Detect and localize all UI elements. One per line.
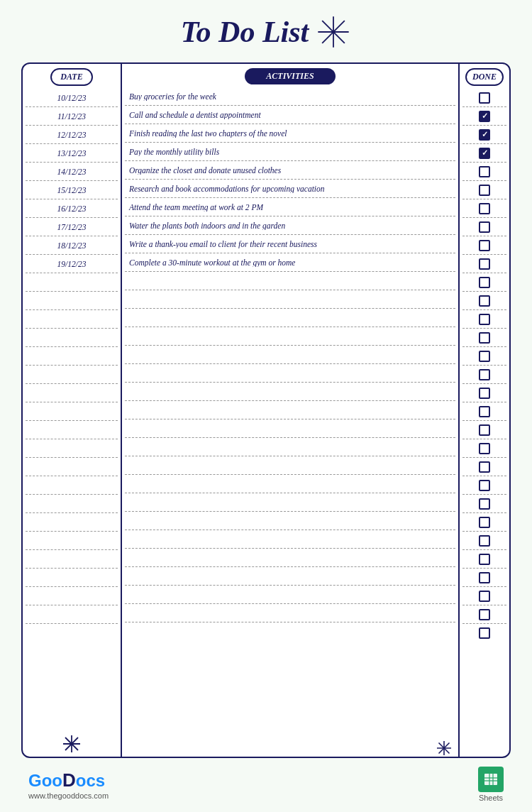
table-row (462, 384, 506, 402)
table-row (462, 218, 506, 236)
date-cell: 14/12/23 (26, 168, 118, 176)
done-checkbox[interactable] (479, 498, 490, 510)
date-cell: 15/12/23 (26, 186, 118, 194)
table-row (462, 89, 506, 107)
done-checkbox[interactable] (479, 424, 490, 436)
done-checkbox[interactable] (479, 314, 490, 325)
table-row (125, 364, 455, 383)
svg-rect-13 (484, 774, 497, 785)
table-row (462, 439, 506, 458)
header: To Do List (21, 14, 511, 50)
table-row (462, 513, 506, 532)
footer-url: www.thegooddocs.com (28, 791, 109, 800)
page: To Do List DATE 10/12/2311/12/2312/12/23… (0, 0, 532, 812)
table-row (26, 439, 118, 458)
date-cell: 11/12/23 (26, 112, 118, 121)
table-row (125, 309, 455, 327)
table-row: Pay the monthly utility bills (125, 143, 455, 161)
done-checkbox[interactable] (479, 369, 490, 380)
table-row (26, 476, 118, 495)
main-table: DATE 10/12/2311/12/2312/12/2313/12/2314/… (21, 62, 511, 758)
done-checkbox[interactable] (479, 443, 490, 454)
done-checkbox[interactable] (479, 166, 490, 177)
table-row (125, 567, 455, 586)
done-column: DONE (460, 64, 509, 757)
done-checkbox[interactable] (479, 92, 490, 104)
table-row (125, 290, 455, 309)
done-checkbox[interactable] (479, 480, 490, 491)
sheets-icon (478, 767, 504, 792)
table-row: Attend the team meeting at work at 2 PM (125, 198, 455, 216)
done-checkbox[interactable] (479, 258, 490, 270)
done-checkbox[interactable] (479, 203, 490, 214)
table-row (26, 550, 118, 569)
activity-cell: Organize the closet and donate unused cl… (125, 166, 281, 175)
table-row: 16/12/23 (26, 199, 118, 218)
table-row (462, 347, 506, 366)
table-row (462, 476, 506, 495)
table-row: 17/12/23 (26, 218, 118, 236)
date-cell: 12/12/23 (26, 131, 118, 139)
table-row (26, 366, 118, 384)
date-column: DATE 10/12/2311/12/2312/12/2313/12/2314/… (23, 64, 122, 757)
done-checkbox[interactable] (479, 295, 490, 307)
table-row (125, 604, 455, 622)
table-row (462, 402, 506, 421)
done-checkbox[interactable] (479, 221, 490, 233)
done-checkbox[interactable] (479, 609, 490, 620)
table-row: 15/12/23 (26, 181, 118, 199)
table-row (125, 512, 455, 530)
table-row (26, 587, 118, 605)
table-row (26, 532, 118, 550)
done-checkbox[interactable] (479, 591, 490, 602)
done-checkbox[interactable] (479, 517, 490, 528)
done-checkbox[interactable] (479, 554, 490, 565)
table-row (125, 272, 455, 290)
done-checkbox[interactable] (479, 240, 490, 251)
table-row (462, 199, 506, 218)
done-checkbox[interactable] (479, 388, 490, 399)
activity-cell: Finish reading the last two chapters of … (125, 129, 287, 138)
table-row (26, 292, 118, 310)
table-row (125, 383, 455, 401)
table-row (462, 532, 506, 550)
date-cell: 19/12/23 (26, 260, 118, 268)
done-checkbox[interactable] (479, 277, 490, 288)
table-row: 14/12/23 (26, 163, 118, 181)
footer-brand: GooDocs www.thegooddocs.com (28, 769, 109, 800)
table-row (462, 181, 506, 199)
done-checkbox[interactable] (479, 129, 490, 141)
page-title: To Do List (181, 15, 309, 49)
activity-rows: Buy groceries for the weekCall and sched… (122, 87, 458, 740)
table-row (462, 569, 506, 587)
table-row (462, 587, 506, 605)
table-row (26, 513, 118, 532)
done-checkbox[interactable] (479, 535, 490, 547)
done-checkbox[interactable] (479, 111, 490, 122)
date-cell: 13/12/23 (26, 149, 118, 158)
date-column-header: DATE (50, 68, 92, 86)
done-checkbox[interactable] (479, 461, 490, 473)
table-row (125, 622, 455, 641)
done-checkbox[interactable] (479, 185, 490, 196)
table-row (462, 236, 506, 255)
done-checkbox[interactable] (479, 351, 490, 362)
table-row: 19/12/23 (26, 255, 118, 273)
date-cell: 16/12/23 (26, 204, 118, 213)
done-checkbox[interactable] (479, 572, 490, 583)
sheets-label: Sheets (479, 794, 503, 802)
done-checkbox[interactable] (479, 148, 490, 159)
done-checkbox[interactable] (479, 332, 490, 344)
table-row: Write a thank-you email to client for th… (125, 235, 455, 253)
table-row (26, 402, 118, 421)
activities-column-header: ACTIVITIES (245, 68, 335, 84)
table-row (462, 144, 506, 163)
table-row (462, 421, 506, 439)
table-row (26, 310, 118, 329)
table-row: 13/12/23 (26, 144, 118, 163)
done-checkbox[interactable] (479, 627, 490, 639)
done-checkbox[interactable] (479, 406, 490, 417)
table-row (462, 624, 506, 642)
table-row (26, 421, 118, 439)
activity-cell: Research and book accommodations for upc… (125, 185, 325, 193)
